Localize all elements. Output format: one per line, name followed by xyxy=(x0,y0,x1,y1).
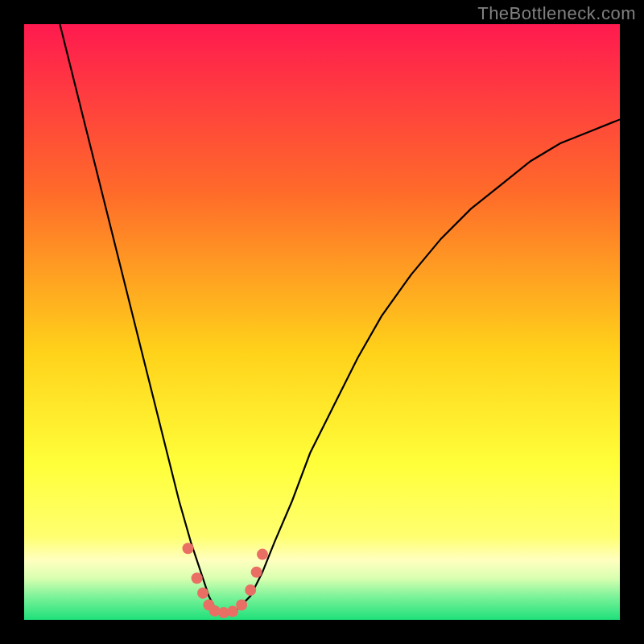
gradient-background xyxy=(24,24,620,620)
curve-marker xyxy=(257,549,268,560)
curve-marker xyxy=(183,543,194,554)
plot-area xyxy=(24,24,620,620)
curve-marker xyxy=(197,588,208,599)
curve-marker xyxy=(251,567,262,578)
chart-frame: TheBottleneck.com xyxy=(0,0,644,644)
curve-marker xyxy=(192,572,203,584)
curve-marker xyxy=(236,600,247,611)
watermark-text: TheBottleneck.com xyxy=(477,3,636,24)
curve-marker xyxy=(245,584,256,596)
bottleneck-chart xyxy=(24,24,620,620)
